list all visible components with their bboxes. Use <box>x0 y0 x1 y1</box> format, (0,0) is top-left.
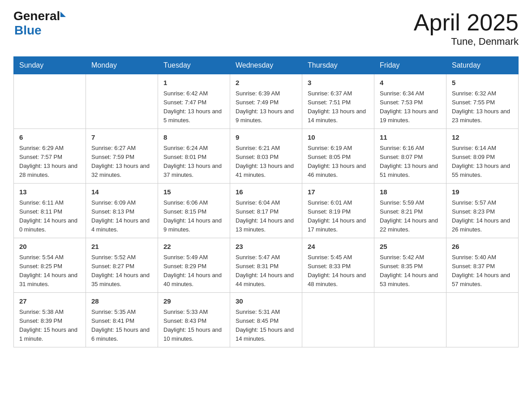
day-number: 6 <box>19 133 80 143</box>
calendar-cell: 27Sunrise: 5:38 AMSunset: 8:39 PMDayligh… <box>14 293 86 347</box>
day-number: 28 <box>91 296 152 307</box>
day-info: Sunrise: 5:54 AMSunset: 8:25 PMDaylight:… <box>19 253 80 289</box>
logo-general-text: General <box>13 9 60 23</box>
day-info: Sunrise: 6:11 AMSunset: 8:11 PMDaylight:… <box>19 198 80 235</box>
day-info: Sunrise: 6:29 AMSunset: 7:57 PMDaylight:… <box>19 144 80 180</box>
calendar-cell: 24Sunrise: 5:45 AMSunset: 8:33 PMDayligh… <box>302 238 374 293</box>
day-number: 1 <box>163 78 224 88</box>
day-number: 22 <box>163 242 224 252</box>
location: Tune, Denmark <box>414 36 519 47</box>
calendar-cell: 28Sunrise: 5:35 AMSunset: 8:41 PMDayligh… <box>86 293 158 347</box>
day-number: 17 <box>308 187 369 197</box>
calendar-cell: 18Sunrise: 5:59 AMSunset: 8:21 PMDayligh… <box>374 184 446 238</box>
calendar-cell <box>374 293 446 347</box>
day-number: 10 <box>308 133 369 143</box>
logo-blue-text: Blue <box>14 23 42 37</box>
day-info: Sunrise: 6:16 AMSunset: 8:07 PMDaylight:… <box>380 144 441 180</box>
day-info: Sunrise: 6:04 AMSunset: 8:17 PMDaylight:… <box>236 198 296 235</box>
week-row-5: 27Sunrise: 5:38 AMSunset: 8:39 PMDayligh… <box>14 293 519 347</box>
day-info: Sunrise: 6:34 AMSunset: 7:53 PMDaylight:… <box>380 89 441 125</box>
day-info: Sunrise: 5:59 AMSunset: 8:21 PMDaylight:… <box>380 198 441 235</box>
day-number: 14 <box>91 187 152 197</box>
week-row-4: 20Sunrise: 5:54 AMSunset: 8:25 PMDayligh… <box>14 238 519 293</box>
calendar-cell: 3Sunrise: 6:37 AMSunset: 7:51 PMDaylight… <box>302 74 374 129</box>
day-info: Sunrise: 6:37 AMSunset: 7:51 PMDaylight:… <box>308 89 369 125</box>
day-number: 8 <box>163 133 224 143</box>
calendar-cell: 2Sunrise: 6:39 AMSunset: 7:49 PMDaylight… <box>230 74 302 129</box>
weekday-header-sunday: Sunday <box>14 57 86 74</box>
day-info: Sunrise: 6:27 AMSunset: 7:59 PMDaylight:… <box>91 144 152 180</box>
day-info: Sunrise: 6:01 AMSunset: 8:19 PMDaylight:… <box>308 198 369 235</box>
day-number: 7 <box>91 133 152 143</box>
calendar-cell: 6Sunrise: 6:29 AMSunset: 7:57 PMDaylight… <box>14 129 86 184</box>
calendar-cell: 1Sunrise: 6:42 AMSunset: 7:47 PMDaylight… <box>158 74 230 129</box>
day-info: Sunrise: 5:47 AMSunset: 8:31 PMDaylight:… <box>236 253 296 289</box>
calendar-cell <box>86 74 158 129</box>
month-title: April 2025 <box>414 9 519 36</box>
day-info: Sunrise: 6:32 AMSunset: 7:55 PMDaylight:… <box>452 89 513 125</box>
day-number: 30 <box>236 296 296 307</box>
day-info: Sunrise: 6:09 AMSunset: 8:13 PMDaylight:… <box>91 198 152 235</box>
logo-triangle-icon <box>60 12 66 17</box>
weekday-header-friday: Friday <box>374 57 446 74</box>
day-info: Sunrise: 5:35 AMSunset: 8:41 PMDaylight:… <box>91 308 152 344</box>
calendar-cell: 23Sunrise: 5:47 AMSunset: 8:31 PMDayligh… <box>230 238 302 293</box>
calendar-cell: 8Sunrise: 6:24 AMSunset: 8:01 PMDaylight… <box>158 129 230 184</box>
calendar-table: SundayMondayTuesdayWednesdayThursdayFrid… <box>13 56 519 347</box>
day-info: Sunrise: 5:49 AMSunset: 8:29 PMDaylight:… <box>163 253 224 289</box>
weekday-header-saturday: Saturday <box>446 57 519 74</box>
calendar-cell: 21Sunrise: 5:52 AMSunset: 8:27 PMDayligh… <box>86 238 158 293</box>
calendar-cell: 4Sunrise: 6:34 AMSunset: 7:53 PMDaylight… <box>374 74 446 129</box>
calendar-cell: 12Sunrise: 6:14 AMSunset: 8:09 PMDayligh… <box>446 129 519 184</box>
day-number: 3 <box>308 78 369 88</box>
day-number: 13 <box>19 187 80 197</box>
day-number: 24 <box>308 242 369 252</box>
calendar-cell: 13Sunrise: 6:11 AMSunset: 8:11 PMDayligh… <box>14 184 86 238</box>
day-number: 11 <box>380 133 441 143</box>
calendar-cell: 17Sunrise: 6:01 AMSunset: 8:19 PMDayligh… <box>302 184 374 238</box>
day-number: 2 <box>236 78 296 88</box>
day-number: 23 <box>236 242 296 252</box>
calendar-cell: 20Sunrise: 5:54 AMSunset: 8:25 PMDayligh… <box>14 238 86 293</box>
calendar-cell: 30Sunrise: 5:31 AMSunset: 8:45 PMDayligh… <box>230 293 302 347</box>
day-number: 27 <box>19 296 80 307</box>
day-number: 15 <box>163 187 224 197</box>
day-info: Sunrise: 5:33 AMSunset: 8:43 PMDaylight:… <box>163 308 224 344</box>
day-info: Sunrise: 5:45 AMSunset: 8:33 PMDaylight:… <box>308 253 369 289</box>
day-info: Sunrise: 6:14 AMSunset: 8:09 PMDaylight:… <box>452 144 513 180</box>
week-row-3: 13Sunrise: 6:11 AMSunset: 8:11 PMDayligh… <box>14 184 519 238</box>
calendar-cell: 29Sunrise: 5:33 AMSunset: 8:43 PMDayligh… <box>158 293 230 347</box>
calendar-cell <box>14 74 86 129</box>
week-row-2: 6Sunrise: 6:29 AMSunset: 7:57 PMDaylight… <box>14 129 519 184</box>
weekday-header-tuesday: Tuesday <box>158 57 230 74</box>
day-number: 16 <box>236 187 296 197</box>
day-number: 9 <box>236 133 296 143</box>
calendar-cell: 7Sunrise: 6:27 AMSunset: 7:59 PMDaylight… <box>86 129 158 184</box>
day-number: 25 <box>380 242 441 252</box>
day-info: Sunrise: 6:19 AMSunset: 8:05 PMDaylight:… <box>308 144 369 180</box>
page-header: General Blue April 2025 Tune, Denmark <box>13 9 519 47</box>
day-number: 29 <box>163 296 224 307</box>
weekday-header-monday: Monday <box>86 57 158 74</box>
day-info: Sunrise: 5:31 AMSunset: 8:45 PMDaylight:… <box>236 308 296 344</box>
day-number: 18 <box>380 187 441 197</box>
day-info: Sunrise: 5:52 AMSunset: 8:27 PMDaylight:… <box>91 253 152 289</box>
day-info: Sunrise: 6:24 AMSunset: 8:01 PMDaylight:… <box>163 144 224 180</box>
logo: General Blue <box>13 9 66 38</box>
weekday-header-row: SundayMondayTuesdayWednesdayThursdayFrid… <box>14 57 519 74</box>
week-row-1: 1Sunrise: 6:42 AMSunset: 7:47 PMDaylight… <box>14 74 519 129</box>
calendar-cell: 14Sunrise: 6:09 AMSunset: 8:13 PMDayligh… <box>86 184 158 238</box>
day-info: Sunrise: 6:21 AMSunset: 8:03 PMDaylight:… <box>236 144 296 180</box>
calendar-cell <box>302 293 374 347</box>
day-number: 26 <box>452 242 513 252</box>
day-number: 20 <box>19 242 80 252</box>
calendar-cell: 22Sunrise: 5:49 AMSunset: 8:29 PMDayligh… <box>158 238 230 293</box>
day-info: Sunrise: 6:06 AMSunset: 8:15 PMDaylight:… <box>163 198 224 235</box>
calendar-cell: 10Sunrise: 6:19 AMSunset: 8:05 PMDayligh… <box>302 129 374 184</box>
calendar-cell: 25Sunrise: 5:42 AMSunset: 8:35 PMDayligh… <box>374 238 446 293</box>
day-info: Sunrise: 5:38 AMSunset: 8:39 PMDaylight:… <box>19 308 80 344</box>
day-info: Sunrise: 6:39 AMSunset: 7:49 PMDaylight:… <box>236 89 296 125</box>
calendar-cell: 26Sunrise: 5:40 AMSunset: 8:37 PMDayligh… <box>446 238 519 293</box>
day-info: Sunrise: 5:57 AMSunset: 8:23 PMDaylight:… <box>452 198 513 235</box>
calendar-cell <box>446 293 519 347</box>
